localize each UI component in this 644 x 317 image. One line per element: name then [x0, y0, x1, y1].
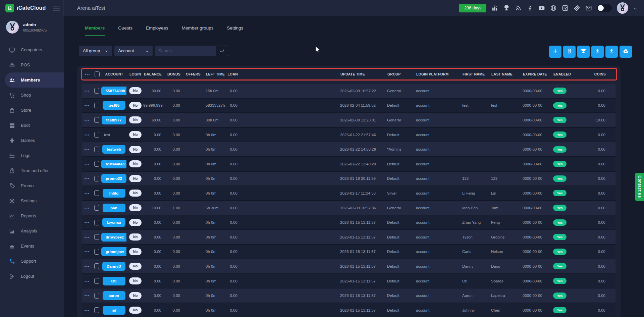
account-button[interactable]: testweb	[102, 145, 125, 154]
row-menu-icon[interactable]: •••	[85, 294, 90, 298]
row-menu-icon[interactable]: •••	[85, 279, 90, 283]
account-button[interactable]: pan	[103, 204, 125, 212]
youtube-icon[interactable]	[538, 5, 545, 11]
layers-icon[interactable]	[574, 5, 580, 11]
group-filter-select[interactable]: All group	[79, 46, 112, 56]
card-button[interactable]	[563, 46, 576, 58]
sidebar-item-store[interactable]: Store	[0, 103, 64, 118]
sidebar-item-analysis[interactable]: Analysis	[0, 223, 64, 239]
select-all-checkbox[interactable]	[95, 71, 100, 77]
account-button[interactable]: drraybeez	[101, 233, 126, 242]
row-checkbox[interactable]	[94, 147, 99, 152]
theme-toggle[interactable]	[597, 4, 612, 12]
row-checkbox[interactable]	[94, 249, 99, 255]
row-checkbox[interactable]	[94, 88, 99, 94]
chevron-down-icon[interactable]	[633, 6, 637, 10]
row-checkbox[interactable]	[94, 307, 99, 313]
sidebar-item-settings[interactable]: Settings	[0, 193, 64, 208]
sidebar-item-logs[interactable]: Logs	[0, 148, 64, 163]
row-menu-icon[interactable]: •••	[85, 250, 90, 254]
download-button[interactable]	[591, 46, 604, 58]
account-button[interactable]: lnlifg	[103, 189, 125, 198]
globe-icon[interactable]	[550, 5, 557, 11]
row-checkbox[interactable]	[94, 176, 99, 181]
sidebar-item-boot[interactable]: Boot	[0, 118, 64, 133]
user-avatar[interactable]	[617, 2, 628, 14]
search-submit-button[interactable]	[216, 46, 228, 56]
hamburger-menu-icon[interactable]	[53, 4, 60, 12]
row-checkbox[interactable]	[94, 205, 99, 211]
row-checkbox[interactable]	[94, 220, 99, 225]
account-button[interactable]: aaron	[103, 291, 125, 300]
tab-members[interactable]: Members	[85, 25, 105, 36]
sidebar-item-members[interactable]: Members	[5, 72, 64, 88]
row-menu-icon[interactable]: •••	[85, 148, 90, 151]
row-menu-icon[interactable]: •••	[85, 206, 90, 210]
row-checkbox[interactable]	[94, 117, 99, 123]
plus-button[interactable]	[549, 46, 561, 58]
license-days-badge[interactable]: 236 days	[459, 4, 486, 12]
row-menu-icon[interactable]: •••	[85, 265, 90, 268]
account-button[interactable]: test444669	[101, 160, 126, 168]
row-menu-icon[interactable]: •••	[85, 104, 90, 107]
tab-settings[interactable]: Settings	[227, 25, 243, 36]
search-field-select[interactable]: Account	[114, 46, 153, 56]
row-menu-icon[interactable]: •••	[85, 118, 90, 122]
row-checkbox[interactable]	[94, 103, 99, 108]
facebook-icon[interactable]	[527, 5, 533, 11]
ranking-icon[interactable]	[491, 5, 498, 11]
account-button[interactable]: promo33	[101, 174, 126, 183]
row-menu-icon[interactable]: •••	[85, 309, 90, 312]
row-checkbox[interactable]	[94, 190, 99, 196]
sidebar-item-games[interactable]: Games	[0, 133, 64, 148]
cloud-download-button[interactable]	[620, 46, 632, 58]
i2-brand-icon[interactable]	[562, 5, 569, 11]
row-checkbox[interactable]	[94, 293, 99, 299]
sidebar-item-logout[interactable]: Logout	[0, 269, 64, 284]
row-checkbox[interactable]	[94, 132, 99, 138]
sidebar-item-shop[interactable]: Shop	[0, 88, 64, 103]
account-button[interactable]: nd	[103, 306, 125, 315]
rss-icon[interactable]	[515, 5, 522, 11]
account-button[interactable]: DannyD	[102, 262, 125, 271]
account-button[interactable]: 558774998	[101, 87, 126, 95]
sidebar-item-reports[interactable]: Reports	[0, 208, 64, 223]
tab-guests[interactable]: Guests	[118, 25, 132, 36]
row-checkbox[interactable]	[94, 234, 99, 240]
brand[interactable]: i2 iCafeCloud	[0, 0, 64, 16]
phone-icon	[9, 258, 15, 264]
row-menu-icon[interactable]: •••	[85, 192, 90, 195]
account-button[interactable]: grimmjow	[101, 247, 126, 256]
sidebar-item-pos[interactable]: POS	[0, 57, 64, 72]
sidebar-nav: ComputersPOSMembersShopStoreBootGamesLog…	[0, 42, 64, 284]
table-row: •••fzycnauNo0.000.000h 0m0.002026-01-15 …	[82, 215, 615, 230]
account-button[interactable]: fzycnau	[102, 218, 125, 227]
row-menu-icon[interactable]: •••	[85, 177, 90, 180]
row-menu-icon[interactable]: •••	[85, 133, 90, 137]
contact-us-tab[interactable]: Contact us	[635, 173, 644, 201]
sidebar-user[interactable]: admin 005193482475	[0, 16, 64, 38]
account-button[interactable]: test85	[103, 101, 125, 110]
sidebar-item-support[interactable]: Support	[0, 254, 64, 269]
sidebar-item-events[interactable]: Events	[0, 239, 64, 254]
trophy-icon[interactable]	[503, 5, 510, 11]
mail-icon[interactable]	[585, 5, 592, 11]
header-menu-icon[interactable]: •••	[85, 72, 91, 76]
sidebar-item-promo[interactable]: Promo	[0, 178, 64, 193]
row-menu-icon[interactable]: •••	[85, 89, 90, 93]
row-checkbox[interactable]	[94, 263, 99, 269]
sidebar-item-time-and-offer[interactable]: Time and offer	[0, 163, 64, 178]
upload-button[interactable]	[605, 46, 618, 58]
tab-member-groups[interactable]: Member groups	[182, 25, 214, 36]
row-checkbox[interactable]	[94, 161, 99, 167]
sidebar-item-computers[interactable]: Computers	[0, 42, 64, 57]
account-button[interactable]: Oti	[103, 277, 125, 285]
search-input[interactable]	[155, 46, 216, 56]
row-menu-icon[interactable]: •••	[85, 221, 90, 224]
account-button[interactable]: test8977	[102, 116, 126, 124]
tab-employees[interactable]: Employees	[146, 25, 168, 36]
row-menu-icon[interactable]: •••	[85, 162, 90, 166]
row-menu-icon[interactable]: •••	[85, 235, 90, 239]
row-checkbox[interactable]	[94, 278, 99, 284]
trophy-button[interactable]	[577, 46, 590, 58]
